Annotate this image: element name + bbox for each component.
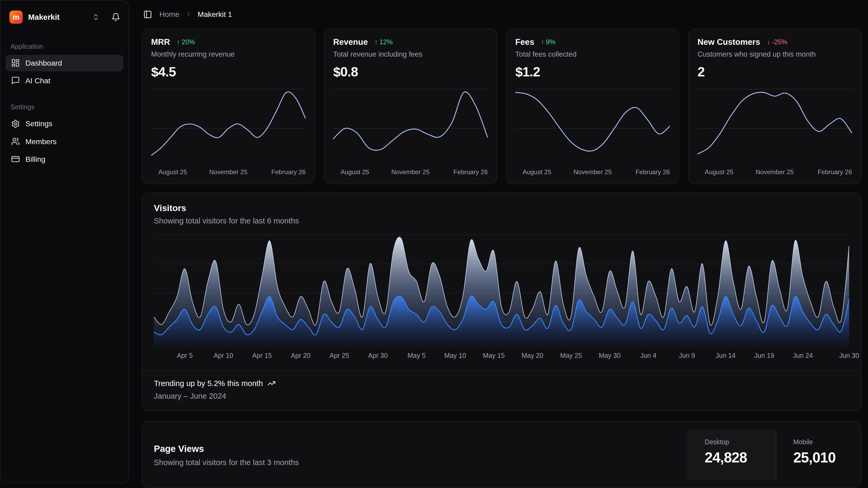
stat-subtitle: Total revenue including fees [333, 50, 488, 58]
workspace-row: m Makerkit [5, 7, 124, 27]
visitors-card: Visitors Showing total visitors for the … [142, 193, 861, 411]
x-tick: Jun 4 [640, 352, 656, 360]
main-content: Home Makerkit 1 MRR ↑20% Monthly recurri… [129, 0, 868, 488]
spark-x-axis: August 25 November 25 February 26 [151, 168, 306, 177]
trend-up-icon: ↑ [177, 38, 180, 46]
toggle-label: Desktop [705, 438, 776, 446]
stat-card-new-customers: New Customers ↓-25% Customers who signed… [688, 29, 861, 184]
x-tick: Jun 19 [754, 352, 774, 360]
stat-card-mrr: MRR ↑20% Monthly recurring revenue $4.5 … [142, 29, 315, 184]
revenue-sparkline-chart[interactable] [333, 89, 488, 165]
visitors-title: Visitors [154, 203, 849, 213]
stat-subtitle: Monthly recurring revenue [151, 50, 306, 58]
x-tick: May 25 [560, 352, 582, 360]
sidebar-item-settings[interactable]: Settings [5, 115, 124, 132]
section-label-settings: Settings [10, 103, 119, 111]
sidebar-item-label: Billing [26, 155, 45, 164]
page-views-title: Page Views [154, 444, 299, 454]
x-tick: Apr 10 [214, 352, 233, 360]
toggle-desktop[interactable]: Desktop 24,828 [688, 430, 776, 480]
stat-value: $0.8 [333, 64, 488, 80]
x-tick: May 10 [444, 352, 466, 360]
makerkit-logo-icon: m [9, 10, 23, 24]
x-tick: February 26 [271, 168, 306, 176]
notifications-button[interactable] [107, 9, 124, 26]
sidebar-item-billing[interactable]: Billing [5, 151, 124, 168]
trend-text: Trending up by 5.2% this month [154, 379, 263, 388]
sidebar-item-dashboard[interactable]: Dashboard [5, 55, 124, 71]
page-views-card: Page Views Showing total visitors for th… [142, 421, 861, 488]
toggle-mobile[interactable]: Mobile 25,010 [776, 430, 861, 480]
bell-icon [112, 13, 120, 22]
x-tick: November 25 [574, 168, 612, 176]
sidebar-toggle-button[interactable] [142, 8, 154, 21]
visitors-subtitle: Showing total visitors for the last 6 mo… [154, 216, 849, 225]
delta-value: -25% [772, 38, 787, 46]
panel-left-icon [143, 10, 152, 19]
visitors-x-axis: Apr 5Apr 10Apr 15Apr 20Apr 25Apr 30May 5… [154, 352, 849, 362]
delta-badge: ↑9% [541, 38, 555, 46]
x-tick: August 25 [523, 168, 552, 176]
chat-icon [11, 76, 20, 85]
stat-title: New Customers [698, 37, 760, 47]
stat-value: 2 [698, 64, 852, 80]
toggle-value: 24,828 [705, 449, 776, 466]
x-tick: November 25 [755, 168, 794, 176]
x-tick: February 26 [818, 168, 852, 176]
x-tick: May 30 [599, 352, 621, 360]
trend-down-icon: ↓ [767, 38, 770, 46]
gear-icon [11, 119, 20, 128]
spark-x-axis: August 25 November 25 February 26 [516, 168, 670, 177]
toggle-label: Mobile [793, 438, 861, 446]
stat-card-revenue: Revenue ↑12% Total revenue including fee… [324, 29, 497, 184]
sidebar-item-label: Dashboard [26, 59, 62, 67]
users-icon [11, 137, 20, 146]
mrr-sparkline-chart[interactable] [151, 89, 306, 165]
visitors-area-chart[interactable] [154, 233, 849, 347]
x-tick: November 25 [391, 168, 430, 176]
x-tick: August 25 [705, 168, 734, 176]
sidebar-item-members[interactable]: Members [5, 133, 124, 150]
x-tick: February 26 [636, 168, 670, 176]
breadcrumb-home[interactable]: Home [159, 10, 179, 19]
delta-value: 9% [546, 38, 555, 46]
trend-up-icon: ↑ [374, 38, 378, 46]
x-tick: Jun 30 [839, 352, 859, 360]
sidebar-item-ai-chat[interactable]: AI Chat [5, 73, 124, 89]
workspace-selector[interactable]: m Makerkit [5, 7, 104, 27]
page-views-subtitle: Showing total visitors for the last 3 mo… [154, 458, 299, 467]
stat-cards-row: MRR ↑20% Monthly recurring revenue $4.5 … [142, 29, 861, 184]
settings-nav: Settings Members Billing [1, 115, 128, 169]
x-tick: August 25 [158, 168, 187, 176]
stat-value: $1.2 [516, 64, 670, 80]
delta-badge: ↑20% [177, 38, 195, 46]
x-tick: Apr 5 [177, 352, 192, 360]
visitors-footer: Trending up by 5.2% this month January –… [142, 371, 861, 410]
x-tick: Apr 25 [330, 352, 349, 360]
workspace-name: Makerkit [28, 13, 60, 22]
application-nav: Dashboard AI Chat [1, 55, 128, 90]
x-tick: May 5 [407, 352, 426, 360]
x-tick: February 26 [454, 168, 488, 176]
stat-title: Fees [516, 37, 534, 47]
sidebar: m Makerkit Application Dashboard AI Chat… [0, 0, 129, 483]
x-tick: Apr 15 [252, 352, 272, 360]
stat-subtitle: Customers who signed up this month [698, 50, 852, 58]
section-label-application: Application [10, 43, 119, 50]
fees-sparkline-chart[interactable] [516, 89, 670, 165]
x-tick: Apr 20 [291, 352, 310, 360]
toggle-value: 25,010 [793, 449, 861, 466]
delta-value: 20% [182, 38, 195, 46]
x-tick: May 15 [483, 352, 505, 360]
trending-up-icon [267, 379, 276, 387]
stat-subtitle: Total fees collected [516, 50, 670, 58]
new-customers-sparkline-chart[interactable] [698, 89, 852, 165]
stat-title: Revenue [333, 37, 368, 47]
sidebar-item-label: AI Chat [26, 77, 51, 85]
trend-up-icon: ↑ [541, 38, 544, 46]
x-tick: November 25 [209, 168, 248, 176]
chevron-right-icon [185, 11, 192, 18]
credit-card-icon [11, 155, 20, 164]
spark-x-axis: August 25 November 25 February 26 [333, 168, 488, 177]
spark-x-axis: August 25 November 25 February 26 [698, 168, 852, 177]
